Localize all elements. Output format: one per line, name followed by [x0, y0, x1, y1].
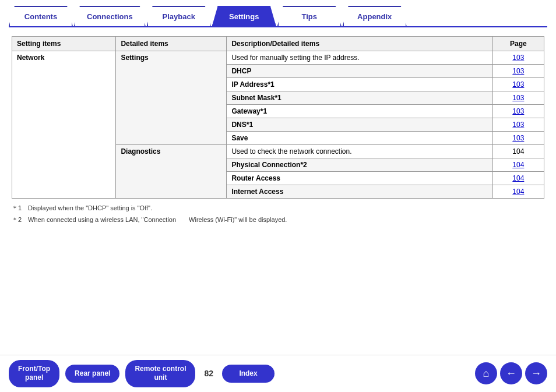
col-header-detailed: Detailed items: [116, 37, 227, 51]
home-icon: ⌂: [483, 368, 490, 380]
back-arrow-icon: ←: [506, 368, 516, 380]
page-link-103-2[interactable]: 103: [512, 67, 524, 75]
footnote-1: ＊1 Displayed when the "DHCP" setting is …: [12, 203, 544, 214]
table-row: Network Settings Used for manually setti…: [12, 51, 544, 65]
page-link-103-3[interactable]: 103: [512, 80, 524, 89]
page-link-104-4[interactable]: 104: [512, 188, 524, 196]
col-header-setting: Setting items: [12, 37, 116, 51]
col-header-description: Description/Detailed items: [227, 37, 492, 51]
main-content: Setting items Detailed items Description…: [0, 27, 556, 232]
settings-table: Setting items Detailed items Description…: [12, 36, 544, 199]
front-top-button[interactable]: Front/Top panel: [9, 360, 59, 387]
tab-connections[interactable]: Connections: [74, 6, 146, 26]
tab-appendix[interactable]: Appendix: [343, 6, 407, 26]
forward-button[interactable]: →: [525, 362, 547, 384]
nav-icon-group: ⌂ ← →: [475, 362, 547, 384]
footnotes: ＊1 Displayed when the "DHCP" setting is …: [12, 203, 544, 225]
page-link-103-5[interactable]: 103: [512, 107, 524, 115]
page-link-103-1[interactable]: 103: [512, 54, 524, 62]
bottom-nav: Front/Top panel Rear panel Remote contro…: [0, 355, 556, 392]
tab-tips[interactable]: Tips: [277, 6, 342, 26]
page-link-104-2[interactable]: 104: [512, 161, 524, 169]
tab-playback[interactable]: Playback: [147, 6, 211, 26]
page-link-104-3[interactable]: 104: [512, 174, 524, 182]
rear-panel-button[interactable]: Rear panel: [65, 365, 119, 383]
page-link-103-6[interactable]: 103: [512, 121, 524, 129]
tab-settings[interactable]: Settings: [212, 6, 276, 26]
home-button[interactable]: ⌂: [475, 362, 497, 384]
tab-contents[interactable]: Contents: [9, 6, 73, 26]
remote-control-button[interactable]: Remote control unit: [125, 360, 195, 387]
forward-arrow-icon: →: [531, 368, 541, 380]
nav-tabs: Contents Connections Playback Settings T…: [0, 0, 556, 26]
back-button[interactable]: ←: [500, 362, 522, 384]
col-header-page: Page: [492, 37, 544, 51]
index-button[interactable]: Index: [222, 365, 275, 383]
page-link-103-4[interactable]: 103: [512, 94, 524, 102]
footnote-2: ＊2 When connected using a wireless LAN, …: [12, 215, 544, 225]
page-link-103-7[interactable]: 103: [512, 134, 524, 142]
page-number: 82: [204, 369, 213, 378]
